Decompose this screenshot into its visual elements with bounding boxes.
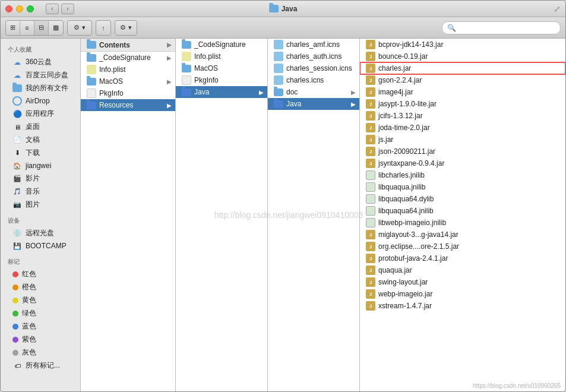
sidebar-label: 橙色 <box>22 282 36 292</box>
sidebar-item-bootcamp[interactable]: 💾 BOOTCAMP <box>3 240 78 252</box>
folder-icon <box>182 41 191 49</box>
list-item[interactable]: J js.jar <box>360 134 565 146</box>
sidebar-item-desktop[interactable]: 🖥 桌面 <box>3 121 78 133</box>
sidebar-item-green[interactable]: 绿色 <box>3 307 78 320</box>
list-item[interactable]: J charles.jar <box>360 62 565 74</box>
list-item[interactable]: J json-20090211.jar <box>360 146 565 157</box>
list-item[interactable]: J webp-imageio.jar <box>360 288 565 300</box>
sidebar-item-apps[interactable]: 🔵 应用程序 <box>3 108 78 120</box>
sidebar-item-music[interactable]: 🎵 音乐 <box>3 185 78 198</box>
list-item[interactable]: libquaqua.jnilib <box>360 181 565 193</box>
list-item[interactable]: J swing-layout.jar <box>360 276 565 288</box>
sidebar-item-allfiles[interactable]: 我的所有文件 <box>3 82 78 94</box>
view-list-button[interactable]: ≡ <box>20 21 34 35</box>
list-item[interactable]: J joda-time-2.0.jar <box>360 122 565 134</box>
sidebar-label: 紫色 <box>22 334 36 344</box>
list-item[interactable]: charles_session.icns <box>268 62 359 74</box>
view-icon-button[interactable]: ⊞ <box>6 21 20 35</box>
list-item[interactable]: Java ▶ <box>268 98 359 110</box>
list-item[interactable]: J protobuf-java-2.4.1.jar <box>360 252 565 264</box>
sidebar-label: AirDrop <box>26 97 50 105</box>
sidebar-item-purple[interactable]: 紫色 <box>3 333 78 346</box>
list-item[interactable]: libquaqua64.jnilib <box>360 205 565 217</box>
share-button[interactable]: ↑ <box>96 21 110 35</box>
list-item[interactable]: J org.eclipse....ore-2.1.5.jar <box>360 241 565 252</box>
forward-button[interactable]: › <box>61 4 74 14</box>
list-item[interactable]: Info.plist <box>176 50 267 62</box>
sidebar-item-baidu[interactable]: ☁ 百度云同步盘 <box>3 69 78 81</box>
list-item[interactable]: MacOS <box>176 62 267 74</box>
sidebar-item-gray[interactable]: 灰色 <box>3 346 78 359</box>
list-item[interactable]: libquaqua64.dylib <box>360 193 565 205</box>
arrow-icon: ▶ <box>351 101 356 108</box>
list-item[interactable]: J image4j.jar <box>360 86 565 98</box>
sidebar-item-360cloud[interactable]: ☁ 360云盘 <box>3 56 78 68</box>
folder-icon <box>274 100 283 108</box>
back-button[interactable]: ‹ <box>46 4 59 14</box>
list-item[interactable]: J miglayout-3...g-java14.jar <box>360 229 565 241</box>
sidebar-item-downloads[interactable]: ⬇ 下载 <box>3 147 78 159</box>
item-label: jcifs-1.3.12.jar <box>378 112 423 120</box>
list-item[interactable]: _CodeSignature ▶ <box>81 52 175 64</box>
list-item[interactable]: libcharles.jnilib <box>360 169 565 181</box>
view-options-button[interactable]: ⚙ ▾ <box>68 21 91 35</box>
list-item[interactable]: J gson-2.2.4.jar <box>360 74 565 86</box>
sidebar-item-jiangwei[interactable]: 🏠 jiangwei <box>3 160 78 172</box>
toolbar: ⊞ ≡ ⊟ ▦ ⚙ ▾ ↑ ⚙ ▾ 🔍 <box>1 17 565 39</box>
jar-icon: J <box>366 111 375 121</box>
list-item[interactable]: _CodeSignature <box>176 39 267 50</box>
list-item[interactable]: J jasypt-1.9.0-lite.jar <box>360 98 565 110</box>
close-button[interactable] <box>5 5 12 12</box>
sidebar-item-yellow[interactable]: 黄色 <box>3 294 78 306</box>
sidebar-label: BOOTCAMP <box>26 242 67 250</box>
list-item[interactable]: J jsyntaxpane-0.9.4.jar <box>360 157 565 169</box>
list-item[interactable]: Java ▶ <box>176 86 267 98</box>
list-item[interactable]: doc ▶ <box>268 86 359 98</box>
action-menu-button[interactable]: ⚙ ▾ <box>115 21 137 35</box>
view-column-button[interactable]: ⊟ <box>34 21 49 35</box>
item-label: charles.jar <box>378 64 411 72</box>
sidebar-item-movies[interactable]: 🎬 影片 <box>3 172 78 185</box>
title-label: Java <box>282 5 298 13</box>
list-item[interactable]: charles_amf.icns <box>268 39 359 50</box>
item-label: Info.plist <box>99 65 126 74</box>
sidebar-label: 所有标记... <box>26 361 60 371</box>
item-label: Java <box>286 100 301 108</box>
list-item[interactable]: libwebp-imageio.jnilib <box>360 217 565 229</box>
view-cover-button[interactable]: ▦ <box>49 21 63 35</box>
search-input[interactable] <box>458 24 555 32</box>
sidebar-item-photos[interactable]: 📷 图片 <box>3 198 78 211</box>
folder-icon <box>182 88 191 96</box>
pane-1: Contents ▶ _CodeSignature ▶ Info.plist M… <box>81 39 176 391</box>
list-item[interactable]: charles_auth.icns <box>268 50 359 62</box>
list-item[interactable]: MacOS ▶ <box>81 75 175 87</box>
sidebar-item-orange[interactable]: 橙色 <box>3 281 78 293</box>
list-item[interactable]: Resources ▶ <box>81 99 175 111</box>
file-icon <box>87 88 96 98</box>
list-item[interactable]: Info.plist <box>81 64 175 75</box>
list-item[interactable]: J bcprov-jdk14-143.jar <box>360 39 565 50</box>
list-item[interactable]: J jcifs-1.3.12.jar <box>360 110 565 122</box>
item-label: bounce-0.19.jar <box>378 52 428 61</box>
item-label: libquaqua64.dylib <box>378 195 434 203</box>
list-item[interactable]: J bounce-0.19.jar <box>360 50 565 62</box>
list-item[interactable]: J quaqua.jar <box>360 264 565 276</box>
airdrop-icon <box>12 96 22 106</box>
minimize-button[interactable] <box>16 5 23 12</box>
maximize-button[interactable] <box>27 5 34 12</box>
resize-icon[interactable]: ⤢ <box>554 4 561 14</box>
sidebar-item-docs[interactable]: 📄 文稿 <box>3 134 78 146</box>
sidebar-item-airdrop[interactable]: AirDrop <box>3 95 78 107</box>
sidebar-item-blue[interactable]: 蓝色 <box>3 320 78 333</box>
list-item[interactable]: J xstream-1.4.7.jar <box>360 300 565 312</box>
sidebar-item-red[interactable]: 红色 <box>3 268 78 280</box>
list-item[interactable]: PkgInfo <box>176 74 267 86</box>
sidebar-item-alltags[interactable]: 🏷 所有标记... <box>3 359 78 372</box>
sidebar-item-remotedisc[interactable]: 💿 远程光盘 <box>3 227 78 239</box>
list-item[interactable]: charles.icns <box>268 74 359 86</box>
item-label: Resources <box>99 101 133 109</box>
purple-dot <box>12 337 18 343</box>
item-label: libwebp-imageio.jnilib <box>378 219 446 227</box>
item-label: Info.plist <box>194 52 221 61</box>
list-item[interactable]: PkgInfo <box>81 87 175 99</box>
